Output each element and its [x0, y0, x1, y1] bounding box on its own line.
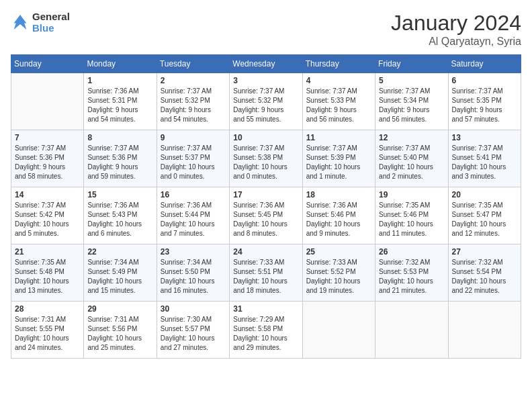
day-info: Sunrise: 7:37 AMSunset: 5:39 PMDaylight:…	[306, 144, 371, 181]
day-info: Sunrise: 7:33 AMSunset: 5:51 PMDaylight:…	[233, 258, 298, 295]
week-row-2: 7Sunrise: 7:37 AMSunset: 5:36 PMDaylight…	[11, 130, 521, 187]
day-number: 9	[161, 133, 226, 142]
calendar-cell: 26Sunrise: 7:32 AMSunset: 5:53 PMDayligh…	[375, 244, 448, 302]
day-info: Sunrise: 7:35 AMSunset: 5:46 PMDaylight:…	[379, 201, 444, 238]
col-header-saturday: Saturday	[448, 55, 521, 73]
logo-icon	[11, 13, 30, 32]
calendar-cell	[302, 302, 375, 359]
page-header: General Blue January 2024 Al Qaryatayn, …	[11, 11, 521, 48]
day-number: 19	[379, 190, 444, 199]
calendar-cell: 27Sunrise: 7:32 AMSunset: 5:54 PMDayligh…	[448, 244, 521, 302]
day-info: Sunrise: 7:36 AMSunset: 5:46 PMDaylight:…	[306, 201, 371, 238]
week-row-5: 28Sunrise: 7:31 AMSunset: 5:55 PMDayligh…	[11, 302, 521, 359]
day-info: Sunrise: 7:31 AMSunset: 5:55 PMDaylight:…	[15, 315, 80, 353]
col-header-wednesday: Wednesday	[230, 55, 302, 73]
day-number: 11	[306, 133, 371, 142]
calendar-cell: 8Sunrise: 7:37 AMSunset: 5:36 PMDaylight…	[84, 130, 157, 187]
calendar-cell	[375, 302, 448, 359]
day-number: 6	[452, 76, 517, 85]
day-info: Sunrise: 7:34 AMSunset: 5:50 PMDaylight:…	[161, 258, 226, 295]
day-number: 14	[15, 190, 80, 199]
day-info: Sunrise: 7:37 AMSunset: 5:32 PMDaylight:…	[233, 87, 298, 124]
day-number: 15	[87, 190, 152, 199]
calendar-cell: 15Sunrise: 7:36 AMSunset: 5:43 PMDayligh…	[84, 187, 157, 244]
calendar-cell: 5Sunrise: 7:37 AMSunset: 5:34 PMDaylight…	[375, 73, 448, 130]
calendar-cell: 19Sunrise: 7:35 AMSunset: 5:46 PMDayligh…	[375, 187, 448, 244]
calendar-cell: 29Sunrise: 7:31 AMSunset: 5:56 PMDayligh…	[84, 302, 157, 359]
week-row-3: 14Sunrise: 7:37 AMSunset: 5:42 PMDayligh…	[11, 187, 521, 244]
day-number: 10	[233, 133, 298, 142]
day-info: Sunrise: 7:29 AMSunset: 5:58 PMDaylight:…	[233, 315, 298, 353]
day-info: Sunrise: 7:33 AMSunset: 5:52 PMDaylight:…	[306, 258, 371, 295]
calendar-cell: 21Sunrise: 7:35 AMSunset: 5:48 PMDayligh…	[11, 244, 84, 302]
col-header-thursday: Thursday	[302, 55, 375, 73]
calendar-cell: 3Sunrise: 7:37 AMSunset: 5:32 PMDaylight…	[230, 73, 302, 130]
day-number: 8	[87, 133, 152, 142]
day-info: Sunrise: 7:30 AMSunset: 5:57 PMDaylight:…	[161, 315, 226, 353]
calendar-header-row: SundayMondayTuesdayWednesdayThursdayFrid…	[11, 55, 521, 73]
day-info: Sunrise: 7:37 AMSunset: 5:41 PMDaylight:…	[452, 144, 517, 181]
col-header-friday: Friday	[375, 55, 448, 73]
day-info: Sunrise: 7:36 AMSunset: 5:44 PMDaylight:…	[161, 201, 226, 238]
day-number: 21	[15, 247, 80, 257]
calendar-cell: 18Sunrise: 7:36 AMSunset: 5:46 PMDayligh…	[302, 187, 375, 244]
calendar-cell: 11Sunrise: 7:37 AMSunset: 5:39 PMDayligh…	[302, 130, 375, 187]
day-number: 4	[306, 76, 371, 85]
day-info: Sunrise: 7:37 AMSunset: 5:42 PMDaylight:…	[15, 201, 80, 238]
day-number: 2	[161, 76, 226, 85]
day-info: Sunrise: 7:35 AMSunset: 5:48 PMDaylight:…	[15, 258, 80, 295]
col-header-monday: Monday	[84, 55, 157, 73]
day-info: Sunrise: 7:37 AMSunset: 5:40 PMDaylight:…	[379, 144, 444, 181]
calendar-cell: 12Sunrise: 7:37 AMSunset: 5:40 PMDayligh…	[375, 130, 448, 187]
day-number: 18	[306, 190, 371, 199]
day-number: 16	[161, 190, 226, 199]
day-number: 20	[452, 190, 517, 199]
day-number: 27	[452, 247, 517, 257]
day-number: 29	[87, 304, 152, 314]
col-header-sunday: Sunday	[11, 55, 84, 73]
calendar-cell: 17Sunrise: 7:36 AMSunset: 5:45 PMDayligh…	[230, 187, 302, 244]
svg-marker-0	[14, 15, 27, 30]
day-info: Sunrise: 7:37 AMSunset: 5:34 PMDaylight:…	[379, 87, 444, 124]
calendar-cell: 7Sunrise: 7:37 AMSunset: 5:36 PMDaylight…	[11, 130, 84, 187]
day-info: Sunrise: 7:36 AMSunset: 5:31 PMDaylight:…	[87, 87, 152, 124]
calendar-cell: 22Sunrise: 7:34 AMSunset: 5:49 PMDayligh…	[84, 244, 157, 302]
day-number: 22	[87, 247, 152, 257]
calendar-cell: 25Sunrise: 7:33 AMSunset: 5:52 PMDayligh…	[302, 244, 375, 302]
day-number: 3	[233, 76, 298, 85]
day-info: Sunrise: 7:32 AMSunset: 5:54 PMDaylight:…	[452, 258, 517, 295]
week-row-1: 1Sunrise: 7:36 AMSunset: 5:31 PMDaylight…	[11, 73, 521, 130]
calendar-cell: 10Sunrise: 7:37 AMSunset: 5:38 PMDayligh…	[230, 130, 302, 187]
week-row-4: 21Sunrise: 7:35 AMSunset: 5:48 PMDayligh…	[11, 244, 521, 302]
day-number: 13	[452, 133, 517, 142]
day-number: 17	[233, 190, 298, 199]
day-number: 5	[379, 76, 444, 85]
day-info: Sunrise: 7:37 AMSunset: 5:37 PMDaylight:…	[161, 144, 226, 181]
day-info: Sunrise: 7:37 AMSunset: 5:36 PMDaylight:…	[87, 144, 152, 181]
day-info: Sunrise: 7:37 AMSunset: 5:36 PMDaylight:…	[15, 144, 80, 181]
day-number: 12	[379, 133, 444, 142]
calendar-cell: 23Sunrise: 7:34 AMSunset: 5:50 PMDayligh…	[157, 244, 229, 302]
day-number: 1	[87, 76, 152, 85]
day-info: Sunrise: 7:35 AMSunset: 5:47 PMDaylight:…	[452, 201, 517, 238]
calendar-cell: 1Sunrise: 7:36 AMSunset: 5:31 PMDaylight…	[84, 73, 157, 130]
calendar-cell: 2Sunrise: 7:37 AMSunset: 5:32 PMDaylight…	[157, 73, 229, 130]
day-info: Sunrise: 7:37 AMSunset: 5:32 PMDaylight:…	[161, 87, 226, 124]
day-info: Sunrise: 7:36 AMSunset: 5:43 PMDaylight:…	[87, 201, 152, 238]
day-info: Sunrise: 7:34 AMSunset: 5:49 PMDaylight:…	[87, 258, 152, 295]
day-number: 31	[233, 304, 298, 314]
day-number: 28	[15, 304, 80, 314]
calendar-cell	[11, 73, 84, 130]
logo-text: General Blue	[32, 11, 70, 34]
day-info: Sunrise: 7:37 AMSunset: 5:33 PMDaylight:…	[306, 87, 371, 124]
day-number: 23	[161, 247, 226, 257]
calendar-cell: 31Sunrise: 7:29 AMSunset: 5:58 PMDayligh…	[230, 302, 302, 359]
calendar-cell: 28Sunrise: 7:31 AMSunset: 5:55 PMDayligh…	[11, 302, 84, 359]
col-header-tuesday: Tuesday	[157, 55, 229, 73]
calendar-cell: 20Sunrise: 7:35 AMSunset: 5:47 PMDayligh…	[448, 187, 521, 244]
title-block: January 2024 Al Qaryatayn, Syria	[391, 11, 521, 48]
calendar-cell: 24Sunrise: 7:33 AMSunset: 5:51 PMDayligh…	[230, 244, 302, 302]
calendar-cell: 30Sunrise: 7:30 AMSunset: 5:57 PMDayligh…	[157, 302, 229, 359]
calendar-cell: 14Sunrise: 7:37 AMSunset: 5:42 PMDayligh…	[11, 187, 84, 244]
location-title: Al Qaryatayn, Syria	[391, 36, 521, 48]
